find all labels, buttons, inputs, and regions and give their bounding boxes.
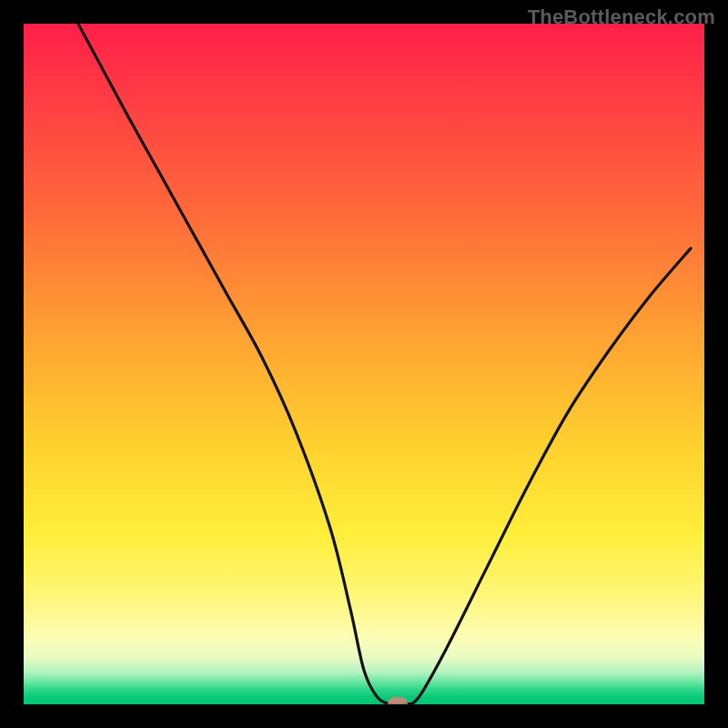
chart-frame: TheBottleneck.com: [0, 0, 728, 728]
minimum-marker: [388, 697, 408, 704]
bottleneck-curve: [24, 24, 704, 704]
curve-path: [78, 24, 691, 704]
plot-area: [24, 24, 704, 704]
watermark-text: TheBottleneck.com: [528, 5, 715, 29]
